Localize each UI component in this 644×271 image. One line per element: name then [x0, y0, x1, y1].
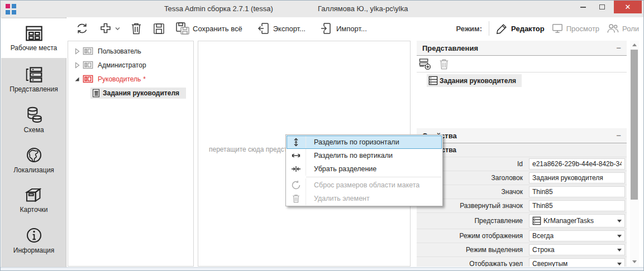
sidebar-item-workplaces[interactable]: Рабочие места	[1, 18, 66, 58]
context-menu: Разделить по горизонтали Разделить по ве…	[285, 134, 443, 206]
sidebar-item-label: Локализация	[13, 166, 54, 174]
view-icon	[428, 76, 438, 85]
mode-editor-button[interactable]: Редактор	[496, 22, 545, 35]
property-label: Отображать узел	[417, 257, 527, 267]
tree-item-label: Пользователь	[96, 47, 144, 56]
chevron-down-icon	[617, 220, 622, 222]
maximize-icon	[599, 4, 605, 9]
window-bottom-frame	[1, 267, 644, 271]
menu-separator	[306, 177, 442, 177]
minimize-icon	[580, 7, 586, 8]
plus-icon	[99, 22, 112, 35]
expander-expanded-icon[interactable]	[73, 76, 82, 82]
monitor-icon	[551, 22, 564, 35]
scrollbar-thumb[interactable]	[631, 50, 638, 200]
menu-item-label: Разделить по горизонтали	[306, 138, 399, 146]
mode-switcher: Режим: Редактор Просмотр	[456, 21, 644, 36]
save-all-label: Сохранить всё	[193, 25, 242, 33]
views-icon	[25, 66, 43, 83]
delete-view-button[interactable]	[438, 58, 450, 70]
views-panel-header: Представления −	[417, 41, 627, 56]
add-view-button[interactable]	[419, 58, 432, 70]
property-value-field[interactable]: Thin85	[529, 186, 625, 197]
mode-roles-button[interactable]: Роли	[606, 22, 639, 35]
sidebar-item-label: Схема	[23, 126, 44, 134]
workplaces-icon	[25, 25, 44, 42]
sidebar-item-localization[interactable]: Локализация	[1, 140, 66, 180]
mode-editor-label: Редактор	[511, 25, 545, 33]
toolbar-separator	[489, 21, 489, 36]
chevron-down-icon	[617, 235, 622, 238]
expander-collapsed-icon[interactable]	[73, 62, 82, 69]
tree-item-admin[interactable]: Администратор	[68, 58, 193, 72]
sidebar-item-information[interactable]: Информация	[1, 220, 66, 260]
import-button[interactable]: Импорт...	[318, 20, 369, 37]
export-button[interactable]: Экспорт...	[255, 20, 308, 37]
menu-item-label: Сброс размеров области макета	[306, 181, 419, 189]
roles-icon	[606, 22, 619, 35]
pencil-icon	[496, 22, 508, 35]
views-list-item[interactable]: Задания руководителя	[427, 74, 522, 87]
close-button[interactable]: ✕	[614, 1, 642, 13]
split-vertical-icon	[287, 149, 306, 162]
mode-preview-label: Просмотр	[566, 25, 599, 33]
add-button[interactable]	[97, 20, 122, 37]
cards-icon	[25, 187, 44, 204]
property-value-dropdown[interactable]: KrManagerTasks	[529, 214, 625, 228]
property-value-dropdown[interactable]: Свернутым	[529, 258, 625, 267]
scroll-down-icon[interactable]	[632, 260, 637, 263]
scroll-up-icon[interactable]	[632, 43, 637, 46]
collapse-icon[interactable]: −	[616, 133, 621, 138]
view-icon	[532, 216, 541, 225]
expander-collapsed-icon[interactable]	[73, 48, 82, 55]
tree-selected-item[interactable]: Задания руководителя	[90, 88, 186, 99]
menu-item-split-horizontal[interactable]: Разделить по горизонтали	[287, 136, 442, 149]
save-icon	[152, 22, 165, 35]
properties-grid: Свойства Id e21a8626-229b-44e4-842b-344 …	[417, 143, 627, 267]
property-label: Режим выделения	[417, 243, 527, 257]
sidebar-item-views[interactable]: Представления	[1, 60, 66, 99]
save-all-button[interactable]: Сохранить всё	[173, 20, 245, 37]
mode-preview-button[interactable]: Просмотр	[551, 22, 599, 35]
tree-item-user[interactable]: Пользователь	[68, 44, 193, 58]
menu-item-label: Удалить элемент	[306, 195, 370, 202]
minimize-button[interactable]	[575, 1, 591, 13]
mode-roles-label: Роли	[622, 25, 639, 33]
tree-item-manager-tasks[interactable]: Задания руководителя	[68, 86, 193, 100]
save-button[interactable]	[150, 21, 168, 37]
reset-layout-icon	[287, 178, 306, 192]
tree-item-manager[interactable]: Руководитель *	[68, 72, 193, 86]
menu-item-split-vertical[interactable]: Разделить по вертикали	[287, 149, 442, 162]
maximize-button[interactable]	[594, 1, 610, 13]
sidebar-item-schema[interactable]: Схема	[1, 100, 66, 139]
property-value-field[interactable]: Thin85	[529, 200, 625, 211]
property-row-selection-mode: Режим выделения Строка	[417, 243, 627, 257]
delete-button[interactable]	[128, 20, 145, 37]
property-label: Режим отображения	[417, 229, 527, 243]
chevron-down-icon	[617, 263, 622, 265]
menu-item-label: Разделить по вертикали	[306, 152, 393, 159]
right-panel-scrollbar[interactable]	[630, 41, 639, 267]
remove-split-icon	[287, 162, 306, 176]
property-value-dropdown[interactable]: Строка	[529, 244, 625, 255]
export-icon	[257, 22, 270, 35]
property-value-field[interactable]: e21a8626-229b-44e4-842b-344	[529, 158, 625, 170]
import-icon	[320, 22, 333, 35]
chevron-down-icon	[115, 27, 120, 31]
workplaces-tree-panel: Пользователь Администратор Руководитель …	[68, 41, 194, 267]
properties-group-header[interactable]: Свойства	[417, 143, 627, 157]
properties-panel-header: Свойства −	[417, 128, 627, 143]
sidebar-item-cards[interactable]: Карточки	[1, 180, 66, 220]
views-panel-title: Представления	[422, 44, 478, 52]
split-horizontal-icon	[287, 136, 306, 149]
tree-item-label: Руководитель	[96, 75, 143, 84]
menu-item-remove-split[interactable]: Убрать разделение	[287, 162, 442, 176]
property-value-field[interactable]: Задания руководителя	[529, 172, 625, 183]
property-value-dropdown[interactable]: Всегда	[529, 230, 625, 241]
refresh-button[interactable]	[73, 20, 91, 37]
app-window: Tessa Admin сборка 2.7.1 (tessa) Галлямо…	[0, 0, 644, 271]
tree-item-label: Администратор	[96, 61, 149, 70]
trash-icon	[130, 22, 142, 35]
collapse-icon[interactable]: −	[616, 45, 621, 51]
property-row-display-node: Отображать узел Свернутым	[417, 257, 627, 267]
